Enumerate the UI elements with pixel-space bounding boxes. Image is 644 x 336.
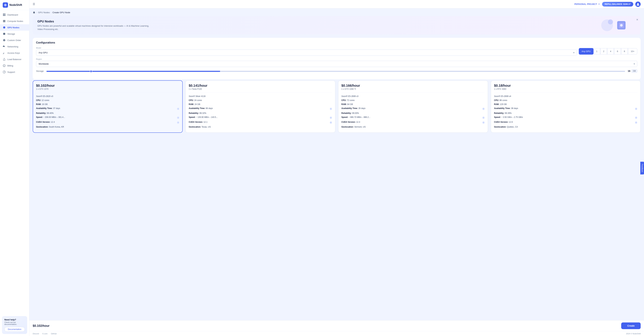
card-gpu: 1 x GTX 1080 Ti — [342, 88, 485, 90]
gpu-card-0[interactable]: $0.102/hour 1 x GTX 1070 Xeon® E5-2620 v… — [33, 80, 183, 133]
xcom-link[interactable]: X.com — [42, 333, 48, 335]
sidebar-item-gpu[interactable]: GPU Nodes — [0, 24, 29, 31]
qty-btn-anygpu[interactable]: Any GPU — [579, 48, 594, 55]
cuda-info-icon[interactable]: i — [177, 121, 179, 124]
qty-btn-1[interactable]: 1 — [593, 48, 600, 54]
svg-point-1 — [5, 4, 6, 6]
database-icon — [3, 32, 6, 35]
feedback-tab[interactable]: Feedback — [640, 162, 644, 174]
card-cuda-row: CUDA Version: 12.4 i — [36, 121, 179, 125]
sidebar-item-label: Access Keys — [8, 52, 20, 54]
card-price: $0.166/hour — [342, 84, 485, 88]
gpu-card-3[interactable]: $0.18/hour 1 x RTX 3060 Xeon® E5-2699 v4… — [491, 80, 641, 133]
storage-row: Storage 16 GB — [36, 69, 637, 73]
sidebar-item-label: Compute Nodes — [8, 20, 23, 22]
card-speed-row: Speed: ↑ 886.70 MB/s ↓ 886.2... i — [342, 116, 485, 120]
footer-links: Discord X.com GitHub 2024 © NodeShift — [29, 331, 644, 336]
svg-point-31 — [620, 24, 623, 27]
speed-info-icon[interactable]: i — [482, 117, 485, 119]
sidebar-item-compute[interactable]: Compute Nodes — [0, 18, 29, 24]
speed-info-icon[interactable]: i — [330, 117, 332, 119]
sidebar-item-billing[interactable]: $ Billing — [0, 62, 29, 69]
help-title: Need help? — [4, 319, 25, 321]
storage-slider-wrapper — [46, 70, 625, 72]
help-subtitle: Check out our documentation. — [4, 321, 25, 325]
qty-btn-6[interactable]: 6 — [614, 48, 621, 54]
card-speed: Speed: ↑ 3.50 GB/s ↓ 2.75 GB/s — [494, 116, 523, 119]
project-selector[interactable]: PERSONAL PROJECT ▼ — [574, 3, 600, 5]
banner-close-button[interactable]: ✕ — [636, 18, 638, 21]
header: ☰ PERSONAL PROJECT ▼ REFILL BALANCE: $10… — [29, 0, 644, 8]
key-icon — [3, 51, 6, 54]
create-button[interactable]: Create — [621, 323, 641, 329]
documentation-button[interactable]: Documentation — [4, 327, 25, 332]
storage-unit[interactable]: GB — [632, 69, 637, 73]
card-speed: Speed: ↑ 208.00 MB/s ↓ 301.4... — [36, 116, 65, 119]
card-speed-row: Speed: ↑ 3.50 GB/s ↓ 2.75 GB/s i — [494, 116, 637, 120]
sidebar-item-label: Networking — [8, 45, 18, 48]
gpu-card-1[interactable]: $0.141/hour 1 x Tesla P100 Xeon® Silver … — [185, 80, 335, 133]
storage-slider[interactable] — [46, 71, 625, 72]
storage-value: 16 GB — [628, 69, 637, 73]
svg-rect-2 — [3, 13, 4, 14]
gpu-nodes-banner: GPU Nodes GPU Nodes are powerful and sca… — [33, 16, 641, 34]
cuda-info-icon[interactable]: i — [330, 121, 332, 124]
card-availability-row: Availability Time: 66 days i — [189, 107, 332, 111]
region-select-wrapper: Worldwide North America Europe Asia ▼ — [36, 61, 637, 67]
sidebar-item-lb[interactable]: Load Balancer — [0, 56, 29, 62]
cuda-info-icon[interactable]: i — [482, 121, 485, 124]
qty-btn-2[interactable]: 2 — [600, 48, 607, 54]
configurations-section: Configurations Model Any GPU GTX 1070 Te… — [33, 38, 641, 79]
hamburger-button[interactable]: ☰ — [33, 2, 35, 6]
availability-info-icon[interactable]: i — [330, 108, 332, 110]
sidebar-item-storage[interactable]: Storage — [0, 31, 29, 37]
project-label: PERSONAL PROJECT — [574, 3, 597, 5]
speed-info-icon[interactable]: i — [635, 117, 637, 119]
sidebar-item-networking[interactable]: Networking — [0, 43, 29, 50]
refill-balance-button[interactable]: REFILL BALANCE: $100.17 — [602, 2, 633, 6]
card-gpu: 1 x Tesla P100 — [189, 88, 332, 90]
gpu-card-2[interactable]: $0.166/hour 1 x GTX 1080 Ti Xeon® E5-269… — [338, 80, 488, 133]
card-reliability: Reliability: 99.39% — [494, 112, 637, 115]
sidebar-item-keys[interactable]: Access Keys — [0, 50, 29, 56]
home-icon[interactable] — [33, 11, 36, 14]
card-speed-row: Speed: ↑ 208.00 MB/s ↓ 301.4... i — [36, 116, 179, 120]
availability-info-icon[interactable]: i — [635, 108, 637, 110]
qty-btn-8[interactable]: 8 — [621, 48, 628, 54]
card-availability-row: Availability Time: 26 days i — [342, 107, 485, 111]
availability-info-icon[interactable]: i — [482, 108, 485, 110]
model-row: Model Any GPU GTX 1070 Tesla P100 GTX 10… — [36, 47, 637, 56]
storage-number: 16 — [628, 70, 630, 72]
qty-btn-10plus[interactable]: 10+ — [628, 48, 637, 54]
svg-rect-5 — [4, 15, 5, 16]
availability-info-icon[interactable]: i — [177, 108, 179, 110]
card-cpu-model: Xeon® E5-2620 v3 — [36, 95, 179, 98]
avatar[interactable] — [635, 1, 641, 7]
cuda-info-icon[interactable]: i — [635, 121, 637, 124]
sidebar-item-dashboard[interactable]: Dashboard — [0, 11, 29, 18]
card-speed: Speed: ↑ 139.90 MB/s ↓ 143.5... — [189, 116, 218, 119]
breadcrumb-gpu-nodes[interactable]: GPU Nodes — [38, 11, 50, 14]
card-divider — [494, 93, 637, 93]
model-label: Model — [36, 47, 577, 49]
server-icon — [3, 19, 6, 23]
sidebar-item-label: Load Balancer — [8, 58, 22, 61]
logo-text: NodeShift — [10, 3, 22, 6]
model-select-wrapper: Model Any GPU GTX 1070 Tesla P100 GTX 10… — [36, 47, 577, 56]
card-cpu-cores: CPU: 72 cores — [342, 99, 485, 102]
speed-info-icon[interactable]: i — [177, 117, 179, 119]
card-divider — [36, 93, 179, 93]
region-select[interactable]: Worldwide North America Europe Asia — [36, 61, 637, 67]
model-select[interactable]: Any GPU GTX 1070 Tesla P100 GTX 1080 Ti … — [36, 50, 577, 56]
svg-point-28 — [608, 19, 613, 24]
card-ram: RAM: 24 GB — [189, 103, 332, 106]
qty-btn-4[interactable]: 4 — [607, 48, 614, 54]
sidebar-item-custom[interactable]: Custom Order — [0, 37, 29, 43]
banner-decoration — [600, 16, 627, 34]
svg-text:$: $ — [4, 65, 4, 67]
github-link[interactable]: GitHub — [51, 333, 56, 335]
discord-link[interactable]: Discord — [33, 333, 39, 335]
card-availability-row: Availability Time: 38 days i — [494, 107, 637, 111]
sidebar-item-support[interactable]: ? Support — [0, 69, 29, 75]
svg-rect-4 — [3, 15, 4, 16]
